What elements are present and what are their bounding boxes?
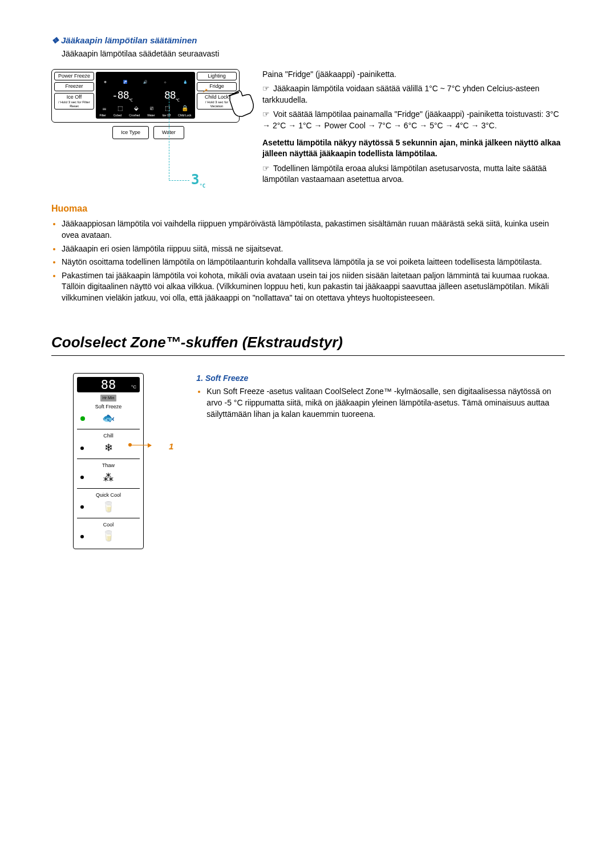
- huomaa-item-1: Jääkaappiosan lämpötila voi vaihdella ri…: [62, 218, 565, 241]
- sun-icon: ☼: [164, 80, 167, 84]
- instruction-bold: Asetettu lämpötila näkyy näytössä 5 seku…: [262, 137, 565, 160]
- instruction-press: Paina "Fridge" (jääkaappi) -painiketta.: [262, 69, 565, 80]
- soft-freeze-heading: 1. Soft Freeze: [196, 373, 565, 384]
- soft-freeze-text: Kun Soft Freeze -asetus valitaan CoolSel…: [206, 386, 565, 420]
- cs-quickcool-label: Quick Cool: [96, 492, 121, 499]
- soft-freeze-list: Kun Soft Freeze -asetus valitaan CoolSel…: [196, 386, 565, 420]
- coolselect-heading: Coolselect Zone™-skuffen (Ekstraudstyr): [51, 332, 565, 352]
- huomaa-item-2: Jääkaapin eri osien lämpötila riippuu si…: [62, 244, 565, 255]
- lbl-water: Water: [147, 113, 155, 117]
- lock-icon: 🔒: [181, 104, 188, 112]
- power-freeze-button[interactable]: Power Freeze: [54, 72, 94, 81]
- faucet-icon: 🚰: [123, 80, 127, 84]
- ice-off-label: Ice Off: [67, 94, 82, 100]
- cs-cool-label: Cool: [103, 521, 114, 529]
- fridge-temp-display: 88°C: [164, 88, 179, 103]
- callout-number-1: 1: [169, 440, 173, 452]
- crushed-icon: ⬙: [134, 104, 139, 112]
- sound-icon: 🔊: [143, 80, 147, 84]
- lbl-cubed: Cubed: [114, 113, 122, 117]
- huomaa-item-3: Näytön osoittama todellinen lämpötila on…: [62, 257, 565, 268]
- water-icon: ⎚: [150, 104, 153, 112]
- lbl-filter: Filter: [100, 113, 106, 117]
- huomaa-list: Jääkaappiosan lämpötila voi vaihdella ri…: [51, 218, 565, 303]
- fish-icon: 🐟: [102, 411, 115, 425]
- cs-indicator: [80, 505, 84, 509]
- cs-display: 88 °C: [77, 377, 140, 392]
- lbl-crushed: Crushed: [129, 113, 140, 117]
- cs-indicator: [80, 476, 84, 479]
- display-center: ❄ 🚰 🔊 ☼ 💧 -88°C 88°C ⎂ ⬚ ⬙ ⎚: [96, 72, 195, 119]
- huomaa-item-4: Pakastimen tai jääkaapin lämpötila voi k…: [62, 270, 565, 304]
- cs-thaw-label: Thaw: [102, 462, 115, 469]
- cool-icon: 🥛: [102, 529, 115, 543]
- snowflake-small-icon: ❄: [104, 441, 113, 455]
- control-panel-illustration: Power Freeze Freezer Ice Off / Hold 3 se…: [51, 69, 245, 189]
- thaw-icon: ⁂: [103, 470, 114, 485]
- subheading-fridge-temp: ❖Jääkaapin lämpötilan säätäminen: [51, 34, 565, 46]
- freezer-temp-display: -88°C: [112, 88, 132, 103]
- dashed-line-vertical: [169, 93, 170, 180]
- ice-off-sublabel: / Hold 3 sec for Filter Reset: [56, 100, 92, 108]
- instruction-range: Jääkaapin lämpötila voidaan säätää välil…: [262, 83, 565, 106]
- lbl-childlock: Child Lock: [178, 113, 191, 117]
- intro-text: Jääkaapin lämpötilaa säädetään seuraavas…: [62, 48, 565, 60]
- diamond-icon: ❖: [51, 35, 59, 45]
- cs-indicator-active: [80, 416, 85, 421]
- cubed-icon: ⬚: [117, 104, 123, 112]
- cs-chill-label: Chill: [103, 432, 114, 440]
- instruction-cycle: Voit säätää lämpötilaa painamalla "Fridg…: [262, 109, 565, 131]
- snowflake-icon: ❄: [104, 80, 107, 84]
- quickcool-icon: 🥛: [102, 500, 115, 514]
- ice-off-button[interactable]: Ice Off / Hold 3 sec for Filter Reset: [54, 93, 94, 109]
- huomaa-heading: Huomaa: [51, 202, 565, 215]
- cs-hr-min: Hr Min: [100, 395, 117, 401]
- cs-indicator: [80, 447, 84, 450]
- lighting-button[interactable]: Lighting: [197, 72, 237, 81]
- filter-icon: ⎂: [103, 104, 106, 112]
- cs-unit: °C: [131, 384, 136, 390]
- instruction-actual: Todellinen lämpötila eroaa aluksi lämpöt…: [262, 163, 565, 185]
- dashed-line-horizontal: [169, 180, 189, 181]
- temp-callout: 3°C: [191, 171, 205, 190]
- ice-type-button[interactable]: Ice Type: [112, 126, 149, 139]
- coolselect-panel: 88 °C Hr Min Soft Freeze 🐟 Chill ❄ Thaw …: [73, 373, 144, 549]
- horizontal-rule: [51, 355, 565, 356]
- cs-indicator: [80, 535, 84, 538]
- pointing-hand-icon: [225, 84, 260, 119]
- cs-softfreeze-label: Soft Freeze: [77, 403, 140, 411]
- drop-icon-top: 💧: [183, 80, 187, 84]
- subheading-text: Jääkaapin lämpötilan säätäminen: [61, 35, 197, 45]
- freezer-button[interactable]: Freezer: [54, 82, 94, 91]
- callout-connector-1: [131, 445, 151, 446]
- cs-temp: 88: [101, 378, 116, 392]
